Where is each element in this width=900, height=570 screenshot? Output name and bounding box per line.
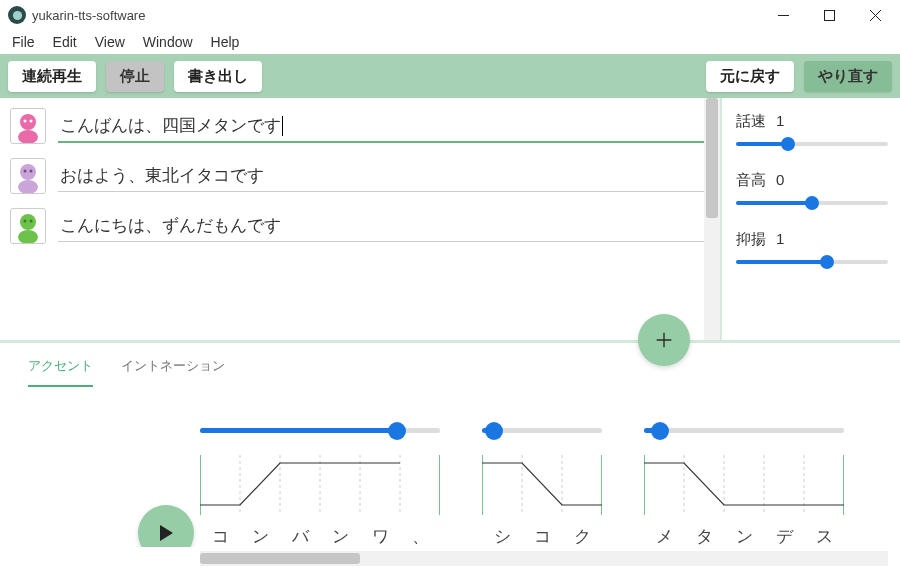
svg-point-3 (18, 130, 38, 143)
parameters-panel: 話速1 音高0 抑揚1 (720, 98, 900, 340)
mora[interactable]: メ (644, 525, 684, 547)
accent-h-scrollbar[interactable] (200, 551, 888, 566)
mora[interactable]: タ (684, 525, 724, 547)
param-intonation-label: 抑揚 (736, 230, 766, 249)
minimize-button[interactable] (760, 0, 806, 30)
param-pitch-label: 音高 (736, 171, 766, 190)
close-button[interactable] (852, 0, 898, 30)
tracks-scrollbar[interactable] (704, 98, 720, 340)
svg-point-12 (24, 220, 27, 223)
mora[interactable]: 、 (400, 525, 440, 547)
morae-row: コンバンワ、 (200, 525, 440, 547)
mora[interactable]: ク (562, 525, 602, 547)
svg-point-4 (24, 120, 27, 123)
accent-position-slider[interactable] (200, 421, 440, 441)
param-speed-label: 話速 (736, 112, 766, 131)
play-all-button[interactable]: 連続再生 (8, 61, 96, 92)
svg-point-6 (20, 164, 36, 180)
svg-point-11 (18, 230, 38, 243)
menu-window[interactable]: Window (135, 32, 201, 52)
svg-point-2 (20, 114, 36, 130)
svg-point-8 (24, 170, 27, 173)
mora[interactable]: コ (200, 525, 240, 547)
character-avatar-button[interactable] (10, 208, 46, 244)
track-text-input[interactable]: こんばんは、四国メタンです (58, 110, 714, 143)
accent-phrase: メタンデス (644, 417, 844, 547)
mora[interactable]: バ (280, 525, 320, 547)
accent-position-slider[interactable] (482, 421, 602, 441)
export-button[interactable]: 書き出し (174, 61, 262, 92)
mora[interactable]: ワ (360, 525, 400, 547)
pitch-slider[interactable] (736, 194, 888, 212)
param-speed: 話速1 (736, 112, 888, 153)
main-area: こんばんは、四国メタンですおはよう、東北イタコですこんにちは、ずんだもんです 話… (0, 98, 900, 340)
window-title: yukarin-tts-software (32, 8, 145, 23)
mora[interactable]: ス (804, 525, 844, 547)
param-pitch-value: 0 (776, 171, 784, 188)
mora[interactable]: ン (320, 525, 360, 547)
svg-point-0 (12, 10, 21, 19)
param-intonation-value: 1 (776, 230, 784, 247)
morae-row: シコク (482, 525, 602, 547)
menu-bar: File Edit View Window Help (0, 30, 900, 54)
redo-button[interactable]: やり直す (804, 61, 892, 92)
svg-point-9 (30, 170, 33, 173)
pitch-graph (644, 455, 844, 515)
mora[interactable]: ン (240, 525, 280, 547)
maximize-button[interactable] (806, 0, 852, 30)
menu-help[interactable]: Help (203, 32, 248, 52)
svg-point-5 (30, 120, 33, 123)
detail-tabs: アクセント イントネーション (0, 343, 900, 387)
stop-button[interactable]: 停止 (106, 61, 164, 92)
mora[interactable]: ン (724, 525, 764, 547)
app-icon (8, 6, 26, 24)
param-speed-value: 1 (776, 112, 784, 129)
mora[interactable]: デ (764, 525, 804, 547)
mora[interactable]: シ (482, 525, 522, 547)
track-row[interactable]: こんにちは、ずんだもんです (10, 208, 714, 244)
morae-row: メタンデス (644, 525, 844, 547)
tab-accent[interactable]: アクセント (28, 353, 93, 387)
accent-phrase: コンバンワ、 (200, 417, 440, 547)
mora[interactable]: コ (522, 525, 562, 547)
pitch-graph (200, 455, 440, 515)
param-pitch: 音高0 (736, 171, 888, 212)
character-avatar-button[interactable] (10, 158, 46, 194)
pitch-graph (482, 455, 602, 515)
svg-rect-1 (824, 10, 834, 20)
track-text-input[interactable]: おはよう、東北イタコです (58, 160, 714, 192)
tab-intonation[interactable]: イントネーション (121, 353, 225, 387)
menu-view[interactable]: View (87, 32, 133, 52)
svg-point-13 (30, 220, 33, 223)
character-avatar-button[interactable] (10, 108, 46, 144)
accent-phrase: シコク (482, 417, 602, 547)
menu-edit[interactable]: Edit (45, 32, 85, 52)
detail-panel: アクセント イントネーション コンバンワ、 シコク メタンデス (0, 340, 900, 570)
menu-file[interactable]: File (4, 32, 43, 52)
track-row[interactable]: おはよう、東北イタコです (10, 158, 714, 194)
play-button[interactable] (138, 505, 194, 547)
speed-slider[interactable] (736, 135, 888, 153)
track-row[interactable]: こんばんは、四国メタンです (10, 108, 714, 144)
add-track-button[interactable] (638, 314, 690, 366)
svg-point-10 (20, 214, 36, 230)
undo-button[interactable]: 元に戻す (706, 61, 794, 92)
accent-position-slider[interactable] (644, 421, 844, 441)
svg-point-7 (18, 180, 38, 193)
track-text-input[interactable]: こんにちは、ずんだもんです (58, 210, 714, 242)
title-bar: yukarin-tts-software (0, 0, 900, 30)
intonation-slider[interactable] (736, 253, 888, 271)
tracks-panel: こんばんは、四国メタンですおはよう、東北イタコですこんにちは、ずんだもんです (0, 98, 720, 340)
toolbar: 連続再生 停止 書き出し 元に戻す やり直す (0, 54, 900, 98)
param-intonation: 抑揚1 (736, 230, 888, 271)
accent-area: コンバンワ、 シコク メタンデス (0, 387, 900, 547)
